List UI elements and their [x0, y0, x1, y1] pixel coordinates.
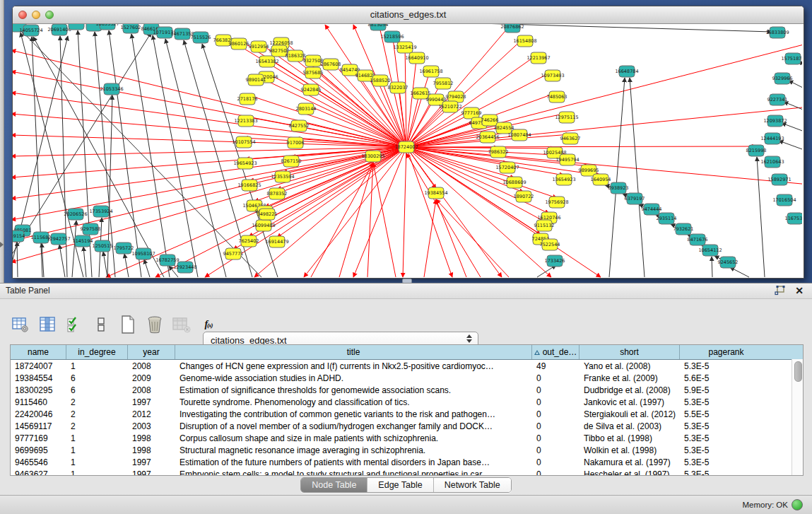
- table-scrollbar[interactable]: [792, 359, 803, 476]
- table-row[interactable]: 1830029562008Estimation of significance …: [11, 384, 803, 396]
- graph-node[interactable]: 9463627: [560, 133, 581, 144]
- graph-node[interactable]: 16210643: [760, 156, 784, 168]
- citation-edge-black[interactable]: [144, 259, 150, 277]
- citation-edge-red[interactable]: [406, 147, 452, 277]
- network-view-window[interactable]: citations_edges.txt 18724007183002951938…: [12, 6, 804, 279]
- cell-short[interactable]: Nakamura et al. (1997): [579, 457, 680, 467]
- graph-node[interactable]: 12444193: [760, 133, 784, 144]
- citation-edge-black[interactable]: [784, 102, 802, 112]
- graph-node[interactable]: 7515526: [191, 32, 211, 43]
- table-header-row[interactable]: namein_degreeyeartitleout_de…shortpagera…: [11, 345, 803, 360]
- cell-year[interactable]: 2008: [128, 385, 175, 395]
- cell-year[interactable]: 1997: [128, 397, 175, 407]
- citation-edge-black[interactable]: [59, 245, 65, 277]
- column-header-name[interactable]: name: [11, 345, 66, 359]
- cell-name[interactable]: 14569117: [11, 421, 66, 431]
- close-panel-icon[interactable]: ✕: [794, 285, 805, 296]
- graph-node[interactable]: 10654112: [698, 245, 722, 256]
- cell-pagerank[interactable]: 5.3E-5: [680, 445, 772, 455]
- float-panel-icon[interactable]: [774, 285, 785, 296]
- citation-edge-red[interactable]: [259, 42, 406, 147]
- graph-node[interactable]: 746266: [481, 115, 499, 126]
- graph-node[interactable]: 12975115: [555, 112, 578, 123]
- graph-node[interactable]: 8878352: [267, 188, 288, 199]
- graph-node[interactable]: 8267150: [281, 156, 302, 167]
- citation-edge-black[interactable]: [630, 78, 645, 277]
- graph-node[interactable]: 15218596: [380, 31, 404, 42]
- column-header-out_de[interactable]: out_de…: [532, 345, 579, 359]
- graph-node[interactable]: 2935114: [657, 213, 677, 224]
- tab-node-table[interactable]: Node Table: [301, 478, 367, 492]
- graph-node[interactable]: 2803144: [296, 103, 317, 115]
- citation-edge-red[interactable]: [304, 147, 406, 277]
- cell-out_de[interactable]: 0: [532, 457, 579, 467]
- cell-year[interactable]: 2012: [128, 409, 175, 419]
- cell-in_degree[interactable]: 6: [66, 385, 128, 395]
- graph-node[interactable]: 13325419: [393, 42, 416, 53]
- citation-edge-red[interactable]: [406, 147, 549, 214]
- graph-node[interactable]: 19756928: [545, 197, 568, 208]
- cell-pagerank[interactable]: 5.5E-5: [680, 409, 772, 419]
- graph-node[interactable]: 1795722: [114, 243, 134, 254]
- citation-edge-black[interactable]: [730, 267, 749, 277]
- citation-edge-red[interactable]: [436, 199, 509, 277]
- graph-node[interactable]: 5912954: [249, 41, 269, 52]
- graph-node[interactable]: 12213383: [234, 115, 257, 127]
- cell-in_degree[interactable]: 1: [66, 469, 128, 477]
- citation-edge-black[interactable]: [609, 78, 625, 277]
- cell-name[interactable]: 9115460: [11, 397, 66, 407]
- delete-column-icon[interactable]: [146, 315, 164, 334]
- citation-edge-black[interactable]: [757, 157, 765, 277]
- cell-title[interactable]: Corpus callosum shape and size in male p…: [175, 433, 532, 443]
- network-window-titlebar[interactable]: citations_edges.txt: [13, 6, 804, 24]
- cell-out_de[interactable]: 0: [532, 445, 579, 455]
- citation-edge-black[interactable]: [83, 247, 86, 277]
- table-row[interactable]: 1456911722003Disruption of a novel membe…: [11, 420, 803, 432]
- citation-edge-black[interactable]: [782, 123, 802, 134]
- column-visibility-icon[interactable]: [38, 315, 57, 334]
- graph-node[interactable]: 9329966: [772, 73, 793, 84]
- cell-year[interactable]: 1998: [128, 445, 175, 455]
- citation-edge-red[interactable]: [277, 147, 406, 189]
- graph-node[interactable]: 16099489: [252, 220, 275, 231]
- citation-edge-black[interactable]: [789, 81, 802, 91]
- graph-node[interactable]: 16640910: [405, 52, 428, 64]
- graph-node[interactable]: 1145194: [73, 235, 93, 247]
- citation-edge-red[interactable]: [424, 199, 436, 277]
- table-settings-icon[interactable]: [11, 315, 30, 334]
- select-columns-icon[interactable]: [65, 315, 83, 334]
- cell-title[interactable]: Tourette syndrome. Phenomenology and cla…: [175, 397, 532, 407]
- citation-edge-red[interactable]: [406, 146, 756, 147]
- graph-node[interactable]: 8427552: [289, 120, 310, 132]
- table-row[interactable]: 946362711997Embryonic stem cells: a mode…: [11, 468, 803, 476]
- cell-out_de[interactable]: 0: [532, 373, 579, 383]
- citation-graph[interactable]: 1872400718300295193845547663822986012659…: [13, 24, 802, 278]
- graph-node[interactable]: 2718176: [237, 93, 258, 105]
- graph-node[interactable]: 20876862: [500, 24, 524, 33]
- citation-edge-red[interactable]: [13, 147, 406, 241]
- citation-edge-black[interactable]: [124, 254, 129, 277]
- cell-in_degree[interactable]: 2: [66, 409, 128, 419]
- cell-name[interactable]: 9465546: [11, 457, 66, 467]
- cell-name[interactable]: 9777169: [11, 433, 66, 443]
- cell-in_degree[interactable]: 1: [66, 433, 128, 443]
- graph-node[interactable]: 1640954: [591, 174, 611, 185]
- node-table[interactable]: namein_degreeyeartitleout_de…shortpagera…: [10, 344, 804, 476]
- graph-node[interactable]: 1527602: [121, 24, 141, 33]
- cell-out_de[interactable]: 0: [532, 409, 579, 419]
- cell-pagerank[interactable]: 5.3E-5: [680, 457, 772, 467]
- graph-node[interactable]: 8938923: [608, 182, 629, 194]
- cell-year[interactable]: 1997: [128, 457, 175, 467]
- table-scrollbar-thumb[interactable]: [794, 361, 802, 382]
- graph-node[interactable]: 8813054: [368, 24, 389, 30]
- graph-node[interactable]: 6379197: [625, 193, 645, 204]
- graph-node[interactable]: [69, 24, 84, 30]
- column-header-short[interactable]: short: [579, 345, 680, 359]
- panel-collapse-arrow-icon[interactable]: [0, 242, 4, 247]
- graph-node[interactable]: 1890722: [514, 191, 534, 202]
- graph-node[interactable]: 15892971: [767, 174, 791, 185]
- graph-node[interactable]: 9297588: [81, 223, 101, 235]
- citation-edge-black[interactable]: [406, 24, 772, 32]
- citation-edge-red[interactable]: [406, 54, 417, 147]
- graph-node[interactable]: 9227341: [767, 94, 788, 105]
